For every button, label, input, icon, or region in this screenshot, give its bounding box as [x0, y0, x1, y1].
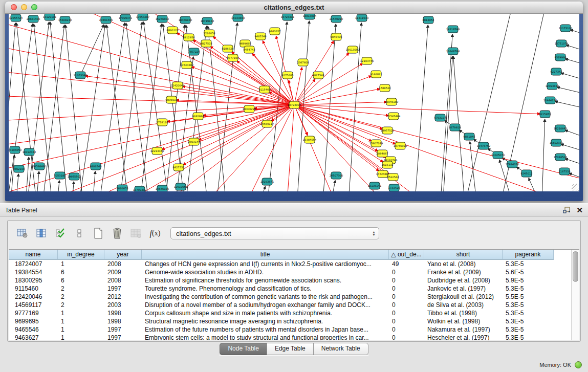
column-header-out_de[interactable]: △ out_de...: [389, 250, 424, 260]
graph-node-label: 19218596: [446, 28, 460, 31]
citation-edge-black[interactable]: [70, 182, 74, 191]
close-panel-icon[interactable]: ✕: [576, 206, 583, 214]
tab-node-table[interactable]: Node Table: [220, 343, 267, 355]
graph-node-label: 9242844: [192, 115, 204, 118]
table-selector-dropdown[interactable]: citations_edges.txt ▲▼: [170, 227, 379, 239]
window-titlebar[interactable]: citations_edges.txt: [5, 2, 583, 14]
column-header-pagerank[interactable]: pagerank: [503, 250, 554, 260]
status-bar: Memory: OK: [0, 358, 588, 372]
zoom-window-button[interactable]: [31, 4, 37, 10]
table-cell: Yano et al. (2008): [424, 260, 503, 268]
graph-node-label: 15692331: [550, 141, 563, 144]
column-header-year[interactable]: year: [104, 250, 142, 260]
close-window-button[interactable]: [11, 4, 17, 10]
citation-edge-red[interactable]: [294, 105, 540, 114]
citation-edge-black[interactable]: [367, 191, 374, 191]
function-builder-icon[interactable]: f(x): [148, 227, 162, 239]
traffic-lights: [11, 4, 37, 10]
citation-edge-black[interactable]: [565, 59, 579, 68]
table-cell: Hescheler et al. (1997): [424, 334, 503, 340]
citation-edge-red[interactable]: [9, 105, 294, 172]
delete-table-icon[interactable]: [111, 227, 124, 239]
citation-edge-black[interactable]: [529, 178, 551, 191]
modify-table-icon[interactable]: [16, 227, 29, 239]
citation-edge-black[interactable]: [459, 14, 513, 191]
citation-edge-black[interactable]: [172, 57, 193, 191]
table-row[interactable]: 946554611997Estimation of the future num…: [9, 325, 571, 334]
citation-edge-black[interactable]: [137, 24, 162, 191]
citation-edge-black[interactable]: [555, 101, 579, 111]
table-row[interactable]: 977716911998Corpus callosum shape and si…: [9, 309, 571, 317]
citation-edge-black[interactable]: [106, 25, 132, 191]
graph-node-label: 6793197: [434, 116, 446, 119]
graph-node-label: 17924350: [506, 163, 519, 166]
citation-edge-black[interactable]: [91, 171, 95, 191]
table-cell: 1998: [104, 309, 142, 317]
column-header-in_degree[interactable]: in_degree: [58, 250, 104, 260]
citation-edge-black[interactable]: [569, 173, 579, 184]
table-row[interactable]: 1872400712008Changes of HCN gene express…: [9, 260, 571, 268]
table-row[interactable]: 946362711997Embryonic stem cells: a mode…: [9, 334, 571, 340]
scrollbar-thumb[interactable]: [573, 251, 578, 282]
graph-node-label: 15608230: [58, 18, 72, 21]
tab-network-table[interactable]: Network Table: [313, 343, 368, 355]
column-header-title[interactable]: title: [142, 250, 389, 260]
row-height-icon[interactable]: [73, 227, 86, 239]
column-header-name[interactable]: name: [9, 250, 58, 260]
citation-edge-red[interactable]: [294, 105, 386, 158]
table-scrollbar[interactable]: [571, 250, 579, 340]
citation-edge-red[interactable]: [9, 19, 294, 105]
citation-edge-red[interactable]: [9, 96, 294, 105]
table-row[interactable]: 969969511998Structural magnetic resonanc…: [9, 317, 571, 325]
float-window-icon[interactable]: [562, 206, 571, 214]
graph-node-label: 9861045: [463, 135, 475, 138]
graph-node-label: 24507300: [330, 174, 343, 177]
table-cell: 2008: [104, 260, 142, 268]
citation-edge-black[interactable]: [567, 45, 579, 55]
minimize-window-button[interactable]: [21, 4, 27, 10]
citation-edge-black[interactable]: [557, 87, 579, 97]
citation-edge-black[interactable]: [50, 22, 70, 191]
citation-edge-black[interactable]: [80, 25, 104, 75]
table-row[interactable]: 2242004622012Investigating the contribut…: [9, 293, 571, 301]
citation-edge-black[interactable]: [571, 30, 579, 38]
citation-edge-black[interactable]: [326, 181, 335, 191]
network-view-window: citations_edges.txt 19055724206814061312…: [5, 2, 583, 201]
graph-node-label: 18813094: [303, 14, 317, 17]
select-column-icon[interactable]: [35, 227, 48, 239]
citation-edge-black[interactable]: [541, 119, 545, 191]
memory-status-icon[interactable]: [575, 361, 582, 368]
graph-node-label: 12093832: [546, 84, 559, 87]
citation-edge-black[interactable]: [413, 25, 428, 191]
network-canvas[interactable]: 1905572420681406131291911560823020891406…: [9, 14, 579, 191]
table-row[interactable]: 1938455462009Genome-wide association stu…: [9, 268, 571, 276]
graph-node-label: 18957523: [381, 129, 394, 132]
table-row[interactable]: 1456911722003Disruption of a novel membe…: [9, 301, 571, 309]
table-cell: Corpus callosum shape and size in male p…: [142, 309, 389, 317]
citation-edge-black[interactable]: [55, 181, 59, 191]
citation-edge-black[interactable]: [249, 186, 265, 191]
citation-edge-red[interactable]: [285, 105, 294, 191]
citation-edge-black[interactable]: [565, 130, 579, 142]
tab-edge-table[interactable]: Edge Table: [267, 343, 314, 355]
graph-node-label: 17016504: [554, 156, 568, 159]
table-cell: 2: [58, 285, 104, 293]
citation-edge-black[interactable]: [561, 73, 579, 83]
citation-edge-black[interactable]: [439, 34, 452, 191]
graph-node-label: 16476752: [477, 144, 490, 147]
citation-edge-red[interactable]: [80, 105, 294, 191]
table-cell: 5.3E-5: [503, 301, 554, 309]
table-cell: 6: [58, 276, 104, 285]
column-header-short[interactable]: short: [424, 250, 503, 260]
graph-node-label: 12444154: [543, 99, 557, 102]
resize-grip-icon[interactable]: [572, 184, 579, 191]
select-rows-icon[interactable]: [54, 227, 67, 239]
table-row[interactable]: 1830029562008Estimation of significance …: [9, 276, 571, 285]
citation-edge-red[interactable]: [294, 68, 302, 105]
citation-edge-black[interactable]: [66, 25, 85, 191]
graph-node-label: 8215953: [539, 113, 551, 116]
new-table-icon[interactable]: [92, 227, 105, 239]
table-cell: 1997: [104, 334, 142, 340]
citation-edge-black[interactable]: [495, 14, 546, 191]
table-row[interactable]: 911546021997Tourette syndrome. Phenomeno…: [9, 285, 571, 293]
